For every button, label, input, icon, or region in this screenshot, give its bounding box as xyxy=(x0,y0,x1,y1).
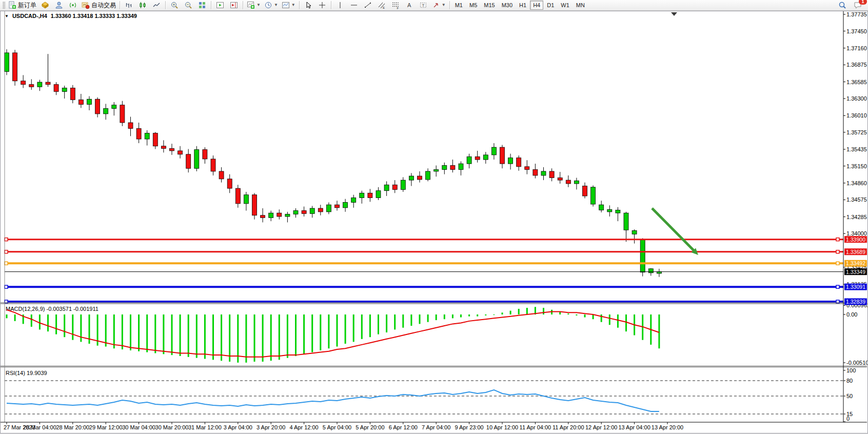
periods-button[interactable]: ▼ xyxy=(263,0,280,10)
timeframe-m15-button[interactable]: M15 xyxy=(481,1,498,10)
bull-candle xyxy=(632,230,637,234)
timeframe-m1-button[interactable]: M1 xyxy=(452,1,466,10)
bear-candle xyxy=(277,213,282,216)
trendline-tool-button[interactable] xyxy=(361,0,374,10)
macd-histogram-bar xyxy=(402,314,404,328)
templates-button[interactable]: ▼ xyxy=(280,0,297,10)
macd-histogram-bar xyxy=(526,308,528,314)
vertical-line-tool-button[interactable] xyxy=(333,0,347,10)
chart-canvas[interactable]: MACD(12,26,9) -0.003571 -0.001911 RSI(14… xyxy=(1,11,867,432)
line-handle[interactable] xyxy=(836,285,839,288)
autotrade-button[interactable]: 自动交易 xyxy=(80,0,117,10)
bear-candle xyxy=(252,195,257,215)
line-handle[interactable] xyxy=(836,238,839,241)
bear-candle xyxy=(318,208,323,212)
macd-histogram-bar xyxy=(576,314,577,315)
macd-histogram-bar xyxy=(138,314,140,351)
line-chart-button[interactable] xyxy=(150,0,163,10)
timeframe-h4-button[interactable]: H4 xyxy=(530,1,543,10)
chart-shift-button[interactable] xyxy=(227,0,241,10)
macd-histogram-bar xyxy=(518,309,520,314)
arrows-tool-button[interactable]: ▼ xyxy=(430,0,447,10)
price-label-text: 1.33689 xyxy=(846,249,865,255)
chart-dropdown-icon[interactable]: ▼ xyxy=(5,14,9,18)
bear-candle xyxy=(170,148,174,151)
fibonacci-tool-button[interactable]: F xyxy=(389,0,402,10)
bear-candle xyxy=(128,123,133,128)
toolbar-separator xyxy=(120,1,120,9)
new-order-button[interactable]: 新订单 xyxy=(7,0,38,10)
timeframe-d1-button[interactable]: D1 xyxy=(544,1,557,10)
profile-button[interactable] xyxy=(52,0,66,10)
cursor-tool-button[interactable] xyxy=(302,0,315,10)
price-tick-label: 1.34000 xyxy=(846,230,867,236)
zoom-out-button[interactable] xyxy=(182,0,195,10)
zoom-in-button[interactable] xyxy=(168,0,181,10)
time-tick-label: 4 Apr 12:00 xyxy=(289,424,318,430)
line-handle[interactable] xyxy=(5,285,8,288)
bull-candle xyxy=(401,180,405,189)
timeframe-mn-button[interactable]: MN xyxy=(573,1,588,10)
search-button[interactable] xyxy=(836,0,849,10)
bull-candle xyxy=(360,193,364,198)
bull-candle xyxy=(483,155,488,160)
price-tick-label: 1.37160 xyxy=(846,45,867,51)
bar-chart-button[interactable] xyxy=(122,0,135,10)
macd-histogram-bar xyxy=(477,314,478,317)
price-tick-label: 1.35435 xyxy=(846,146,867,152)
macd-histogram-bar xyxy=(452,314,453,318)
text-label-tool-button[interactable]: T xyxy=(417,0,430,10)
macd-histogram-bar xyxy=(625,314,627,331)
line-handle[interactable] xyxy=(836,262,839,265)
bull-candle xyxy=(426,171,430,180)
line-handle[interactable] xyxy=(5,250,8,253)
line-handle[interactable] xyxy=(836,250,839,253)
chart-shift-marker[interactable] xyxy=(671,12,677,16)
line-chart-icon xyxy=(152,1,161,9)
auto-scroll-button[interactable] xyxy=(213,0,227,10)
macd-histogram-bar xyxy=(64,314,65,337)
horizontal-line-tool-button[interactable] xyxy=(347,0,361,10)
broadcast-button[interactable] xyxy=(66,0,80,10)
macd-histogram-bar xyxy=(14,314,16,321)
indicators-button[interactable]: ▼ xyxy=(245,0,262,10)
bull-candle xyxy=(491,147,496,155)
macd-histogram-bar xyxy=(444,314,445,319)
text-tool-button[interactable]: A xyxy=(403,0,416,10)
price-tick-label: 1.36300 xyxy=(846,95,867,102)
timeframe-m30-button[interactable]: M30 xyxy=(499,1,516,10)
time-tick-label: 30 Mar 20:00 xyxy=(155,424,189,430)
bear-candle xyxy=(13,53,17,81)
zoom-in-icon xyxy=(170,1,179,9)
macd-histogram-bar xyxy=(617,314,619,328)
timeframe-m5-button[interactable]: M5 xyxy=(466,1,480,10)
macd-histogram-bar xyxy=(254,314,255,362)
annotation-arrow[interactable] xyxy=(652,208,695,252)
line-handle[interactable] xyxy=(5,262,8,265)
autotrade-icon xyxy=(82,1,90,9)
channel-tool-button[interactable]: E xyxy=(375,0,388,10)
bull-candle xyxy=(384,185,389,190)
timeframe-w1-button[interactable]: W1 xyxy=(558,1,573,10)
macd-histogram-bar xyxy=(6,314,8,318)
candlestick-chart-button[interactable] xyxy=(136,0,149,10)
bear-candle xyxy=(54,85,58,92)
bull-candle xyxy=(376,191,381,198)
macd-histogram-bar xyxy=(113,314,115,348)
bull-candle xyxy=(310,208,314,213)
rsi-tick-label: 80 xyxy=(846,378,853,384)
charts-button[interactable] xyxy=(38,0,52,10)
bull-candle xyxy=(293,211,298,214)
bull-candle xyxy=(624,213,628,230)
bear-candle xyxy=(335,205,340,208)
bull-candle xyxy=(269,213,273,218)
bull-candle xyxy=(607,209,612,212)
new-order-label: 新订单 xyxy=(18,1,36,10)
price-tick-label: 1.34575 xyxy=(846,196,867,203)
crosshair-tool-button[interactable] xyxy=(315,0,329,10)
line-handle[interactable] xyxy=(5,238,8,241)
chat-button[interactable]: 1 xyxy=(851,0,864,10)
tile-windows-button[interactable] xyxy=(195,0,209,10)
timeframe-h1-button[interactable]: H1 xyxy=(516,1,529,10)
bear-candle xyxy=(78,100,83,104)
